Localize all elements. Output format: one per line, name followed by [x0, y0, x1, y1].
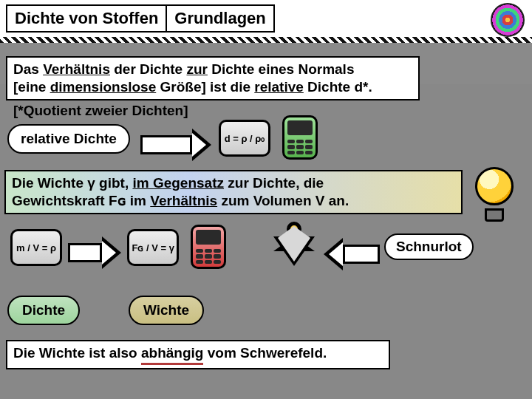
intro-box: Das Verhältnis der Dichte zur Dichte ein…	[6, 56, 420, 100]
calculator-icon	[282, 115, 318, 160]
logo-icon	[491, 3, 525, 37]
t: Gewichtskraft Fɢ im	[12, 193, 150, 208]
hatch-stripe	[0, 37, 532, 43]
t: der Dichte	[110, 61, 186, 77]
arrow-to-formula	[140, 129, 211, 161]
footer-box: Die Wichte ist also abhängig vom Schwere…	[6, 340, 390, 369]
formula-relative-dichte: d = ρ / ρ₀	[219, 120, 270, 157]
t: Die Wichte γ gibt,	[12, 175, 132, 191]
wichte-label: Wichte	[129, 296, 204, 325]
title-left: Dichte von Stoffen	[7, 6, 166, 31]
title-pill: Dichte von Stoffen Grundlagen	[6, 4, 275, 33]
t: Fɢ / V = γ	[132, 242, 174, 253]
t: zur Dichte, die	[224, 175, 324, 191]
wichte-def-box: Die Wichte γ gibt, im Gegensatz zur Dich…	[4, 170, 463, 214]
formula-dichte: m / V = ρ	[10, 229, 62, 266]
t: zur	[186, 61, 208, 77]
t: relative	[254, 79, 304, 95]
title-right: Grundlagen	[166, 6, 273, 31]
t: Die Wichte ist also	[13, 345, 141, 361]
plumb-bob-icon	[273, 222, 315, 281]
schnurlot-label: Schnurlot	[384, 233, 474, 260]
t: im Gegensatz	[132, 175, 224, 191]
arrow-dichte-wichte	[68, 236, 121, 269]
intro-note: [*Quotient zweier Dichten]	[7, 99, 194, 123]
slide: Dichte von Stoffen Grundlagen Das Verhäl…	[0, 0, 532, 399]
t: abhängig	[141, 344, 203, 365]
arrow-to-plumb	[324, 238, 380, 270]
t: Schnurlot	[396, 239, 462, 254]
t: dimensionslose	[50, 79, 157, 95]
dichte-label: Dichte	[7, 296, 80, 325]
calculator-icon	[191, 225, 226, 269]
t: Wichte	[143, 302, 189, 318]
formula-wichte: Fɢ / V = γ	[127, 229, 179, 266]
t: Dichte eines Normals	[208, 61, 355, 77]
t: Dichte d*.	[304, 79, 372, 95]
relative-dichte-label: relative Dichte	[7, 124, 130, 154]
t: Dichte	[22, 302, 65, 318]
t: Verhältnis	[43, 61, 110, 77]
t: Das	[13, 61, 43, 77]
t: vom Schwerefeld.	[203, 345, 327, 361]
t: relative Dichte	[21, 131, 117, 146]
t: m / V = ρ	[16, 242, 56, 253]
t: [eine	[13, 79, 50, 95]
t: Verhältnis	[150, 193, 217, 208]
t: d = ρ / ρ₀	[225, 133, 265, 144]
lightbulb-icon	[473, 167, 516, 223]
t: Größe] ist die	[156, 79, 254, 95]
t: zum Volumen V an.	[217, 193, 349, 208]
